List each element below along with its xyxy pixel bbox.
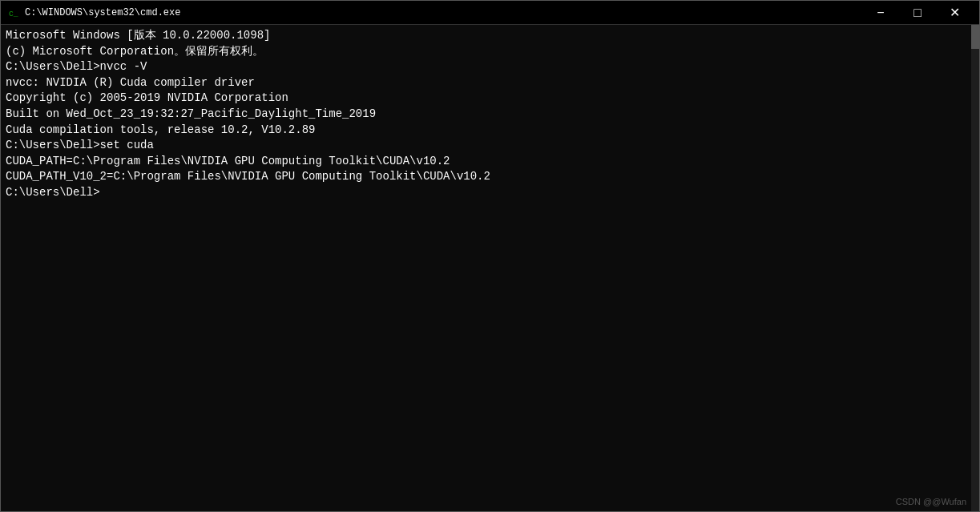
cmd-window: C_ C:\WINDOWS\system32\cmd.exe − □ ✕ Mic… (0, 0, 980, 512)
watermark: CSDN @@Wufan (896, 497, 966, 506)
terminal-line: C:\Users\Dell>set cuda (6, 138, 974, 154)
close-button[interactable]: ✕ (936, 1, 973, 25)
terminal-line: (c) Microsoft Corporation。保留所有权利。 (6, 44, 974, 60)
terminal-line: Built on Wed_Oct_23_19:32:27_Pacific_Day… (6, 107, 974, 123)
maximize-button[interactable]: □ (899, 1, 936, 25)
terminal-line: nvcc: NVIDIA (R) Cuda compiler driver (6, 75, 974, 91)
terminal-line: Cuda compilation tools, release 10.2, V1… (6, 123, 974, 139)
cmd-icon: C_ (7, 6, 20, 19)
scrollbar[interactable] (971, 25, 979, 511)
terminal-line: C:\Users\Dell> (6, 185, 974, 201)
window-title: C:\WINDOWS\system32\cmd.exe (25, 7, 862, 18)
terminal-line: CUDA_PATH_V10_2=C:\Program Files\NVIDIA … (6, 169, 974, 185)
terminal-line: C:\Users\Dell>nvcc -V (6, 59, 974, 75)
svg-text:C_: C_ (9, 10, 18, 18)
terminal-line: Microsoft Windows [版本 10.0.22000.1098] (6, 28, 974, 44)
terminal-body[interactable]: Microsoft Windows [版本 10.0.22000.1098](c… (1, 25, 979, 511)
scrollbar-thumb[interactable] (971, 25, 979, 49)
terminal-line: CUDA_PATH=C:\Program Files\NVIDIA GPU Co… (6, 154, 974, 170)
window-controls: − □ ✕ (862, 1, 973, 25)
title-bar: C_ C:\WINDOWS\system32\cmd.exe − □ ✕ (1, 1, 979, 25)
terminal-output: Microsoft Windows [版本 10.0.22000.1098](c… (6, 28, 974, 201)
minimize-button[interactable]: − (862, 1, 899, 25)
terminal-line: Copyright (c) 2005-2019 NVIDIA Corporati… (6, 91, 974, 107)
